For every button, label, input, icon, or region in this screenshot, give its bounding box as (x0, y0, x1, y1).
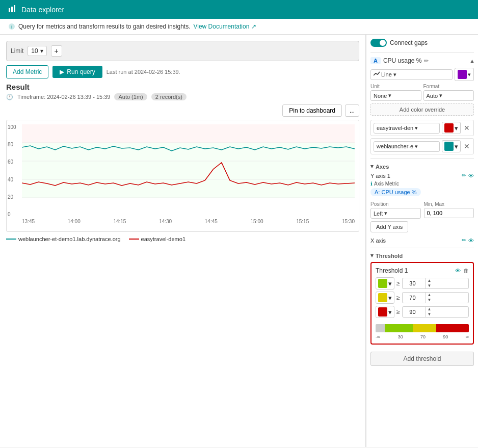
unit-select[interactable]: None ▾ (370, 90, 421, 101)
chevron-down-icon: ▾ (388, 92, 391, 99)
left-panel: Limit 10 ▾ + Add Metric ▶ Run query Last… (0, 35, 366, 447)
green-swatch (378, 279, 387, 288)
minmax-input[interactable] (424, 208, 474, 218)
format-select[interactable]: Auto ▾ (423, 90, 474, 101)
play-icon: ▶ (60, 68, 64, 75)
svg-rect-5 (22, 124, 355, 143)
threshold-color-red[interactable]: ▾ (376, 306, 394, 318)
yaxis-label: Y axis 1 (370, 173, 390, 179)
chart-icon (8, 4, 17, 15)
chevron-down-icon: ▾ (415, 125, 418, 131)
threshold-section: ▾ Threshold Threshold 1 👁 🗑 ▾ (370, 252, 474, 366)
pencil-icon[interactable]: ✏ (462, 172, 466, 179)
legend-line-teal (6, 239, 16, 240)
chevron-down-icon: ▾ (415, 143, 418, 150)
stepper-down-red[interactable]: ▼ (426, 312, 433, 317)
threshold-value-red[interactable] (403, 307, 426, 317)
threshold-color-green[interactable]: ▾ (376, 277, 394, 289)
main-layout: Limit 10 ▾ + Add Metric ▶ Run query Last… (0, 35, 478, 447)
threshold-row-red: ▾ ≥ ▲ ▼ (376, 306, 469, 318)
legend-item-weblauncher: weblauncher-et-demo1.lab.dynatrace.org (6, 236, 121, 242)
position-minmax-row: Position Left ▾ Min, Max (370, 201, 474, 219)
svg-rect-2 (14, 5, 15, 12)
eye-icon[interactable]: 👁 (468, 238, 474, 244)
add-threshold-button[interactable]: Add threshold (370, 352, 474, 366)
threshold-bar-container: -∞ 30 70 90 ∞ (376, 322, 469, 339)
clock-icon: 🕐 (6, 94, 13, 100)
line-type-select[interactable]: Line ▾ (370, 69, 453, 80)
remove-series-easytravel-button[interactable]: ✕ (463, 123, 471, 133)
top-bar: Data explorer (0, 0, 478, 19)
x-icon: ✕ (464, 124, 470, 132)
threshold-value-yellow[interactable] (403, 293, 426, 302)
stepper-down-green[interactable]: ▼ (426, 283, 433, 288)
series-color-picker-easytravel[interactable]: ▾ (442, 122, 461, 134)
add-query-button[interactable]: + (51, 45, 62, 57)
line-color-select[interactable]: ▾ (455, 68, 474, 81)
threshold-color-yellow[interactable]: ▾ (376, 292, 394, 304)
collapse-threshold-icon[interactable]: ▾ (370, 252, 374, 259)
collapse-axes-icon[interactable]: ▾ (370, 163, 374, 170)
more-options-button[interactable]: ... (345, 104, 359, 117)
add-y-axis-button[interactable]: Add Y axis (370, 221, 408, 232)
pin-to-dashboard-button[interactable]: Pin to dashboard (282, 104, 342, 117)
color-swatch-purple (458, 70, 467, 79)
chevron-down-icon: ▾ (439, 92, 442, 99)
yaxis-1-row: Y axis 1 ✏ 👁 (370, 172, 474, 179)
axes-title: ▾ Axes (370, 163, 474, 170)
result-meta: 🕐 Timeframe: 2024-02-26 13:39 - 15:39 Au… (6, 93, 359, 100)
threshold-trash-icon[interactable]: 🗑 (463, 268, 469, 274)
svg-text:i: i (11, 24, 12, 30)
limit-select[interactable]: 10 ▾ (28, 46, 46, 56)
unit-format-row: Unit None ▾ Format Auto ▾ (370, 84, 474, 101)
top-bar-title: Data explorer (21, 6, 64, 14)
legend-item-easytravel: easytravel-demo1 (129, 236, 185, 242)
legend-label-weblauncher: weblauncher-et-demo1.lab.dynatrace.org (18, 236, 121, 242)
stepper-down-yellow[interactable]: ▼ (426, 298, 433, 303)
pencil-icon[interactable]: ✏ (424, 58, 429, 64)
bar-labels: -∞ 30 70 90 ∞ (376, 334, 469, 339)
auto-badge: Auto (1m) (114, 93, 147, 100)
threshold-eye-icon[interactable]: 👁 (455, 268, 461, 274)
threshold-title-label: Threshold 1 (376, 267, 408, 274)
threshold-value-green[interactable] (403, 279, 426, 288)
axis-metric-label: Axis Metric (374, 181, 399, 187)
chart-svg (22, 124, 355, 216)
gte-symbol-2: ≥ (396, 294, 400, 301)
svg-rect-1 (11, 7, 13, 12)
series-weblauncher-select[interactable]: weblauncher-e ▾ (374, 141, 440, 152)
add-color-override-button[interactable]: Add color override (370, 103, 474, 116)
chevron-down-icon: ▾ (455, 124, 458, 132)
collapse-icon[interactable]: ▴ (470, 57, 474, 65)
line-chart-icon (374, 71, 380, 77)
threshold-stepper-yellow[interactable]: ▲ ▼ (402, 292, 469, 303)
action-bar: Add Metric ▶ Run query Last run at 2024-… (6, 65, 359, 78)
threshold-card-header: Threshold 1 👁 🗑 (376, 267, 469, 274)
chevron-down-icon: ▾ (393, 71, 396, 78)
pencil-icon[interactable]: ✏ (462, 237, 466, 244)
series-row-easytravel: easytravel-den ▾ ▾ ✕ (370, 120, 474, 136)
plus-icon: + (55, 47, 59, 55)
records-badge: 2 record(s) (151, 93, 187, 100)
position-select[interactable]: Left ▾ (370, 208, 421, 219)
axis-metric-pill: A: CPU usage % (370, 188, 421, 196)
remove-series-weblauncher-button[interactable]: ✕ (463, 141, 471, 151)
connect-gaps-toggle[interactable] (370, 39, 387, 47)
connect-gaps-row: Connect gaps (370, 39, 474, 47)
stepper-up-yellow[interactable]: ▲ (426, 293, 433, 298)
run-query-button[interactable]: ▶ Run query (52, 66, 102, 78)
series-easytravel-select[interactable]: easytravel-den ▾ (374, 123, 440, 134)
stepper-up-green[interactable]: ▲ (426, 278, 433, 283)
xaxis-row: X axis ✏ 👁 (370, 237, 474, 244)
threshold-stepper-green[interactable]: ▲ ▼ (402, 278, 469, 289)
info-bar-text: Query for metrics and transform results … (18, 23, 190, 30)
chevron-down-icon: ▾ (384, 210, 387, 217)
add-metric-button[interactable]: Add Metric (6, 65, 48, 78)
eye-icon[interactable]: 👁 (468, 173, 474, 179)
gte-symbol-3: ≥ (396, 308, 400, 315)
view-documentation-link[interactable]: View Documentation ↗ (193, 23, 256, 30)
series-color-picker-weblauncher[interactable]: ▾ (442, 140, 461, 152)
threshold-stepper-red[interactable]: ▲ ▼ (402, 306, 469, 318)
stepper-up-red[interactable]: ▲ (426, 307, 433, 312)
info-icon: i (8, 23, 15, 30)
